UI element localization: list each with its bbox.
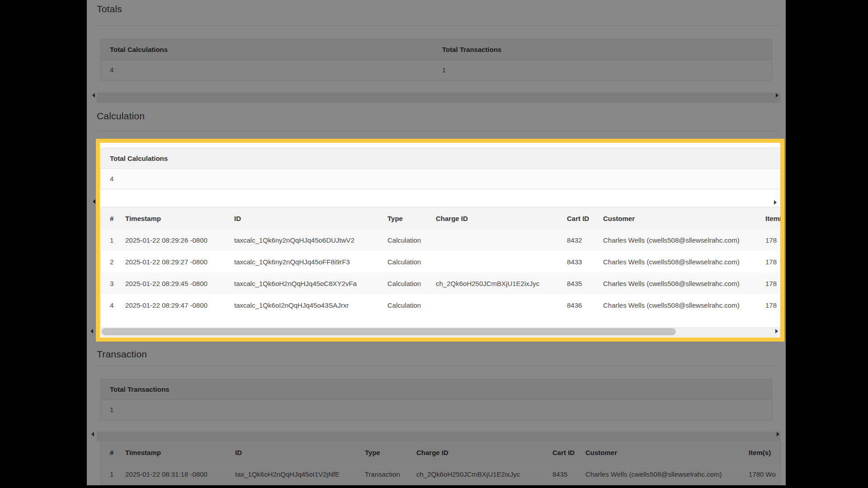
cell-charge-id [431,229,562,251]
scroll-left-icon[interactable] [93,199,95,204]
cell-charge-id: ch_2Qk6oH250JCmBXjU1E2ixJyc [431,272,562,294]
cell-items: 178 [761,294,780,316]
cell-total-calculations: 4 [101,60,433,80]
cell-id: taxcalc_1Qk6oI2nQqHJq45o43SAJrxr [230,294,383,316]
table-header-row: # Timestamp ID Type Charge ID Cart ID Cu… [101,207,780,229]
calculation-summary-table: Total Calculations 4 [101,148,780,189]
col-header-total-calculations: Total Calculations [101,148,780,169]
col-header-customer: Customer [581,441,744,463]
cell-type: Calculation [383,272,431,294]
cell-cart-id: 8436 [562,294,599,316]
table-row: 1 2025-01-22 08:29:26 -0800 taxcalc_1Qk6… [101,229,780,251]
scroll-left-icon[interactable] [91,432,94,436]
table-row: 1 2025-01-22 08:31:18 -0800 tax_1Qk6oH2n… [101,463,780,485]
h-scrollbar-track[interactable] [101,327,780,336]
cell-id: taxcalc_1Qk6ny2nQqHJq45o6DUJtwV2 [230,229,383,251]
totals-heading: Totals [97,3,781,15]
divider [97,25,781,26]
col-header-cart-id: Cart ID [548,441,581,463]
scroll-left-icon[interactable] [90,329,93,333]
table-header-row: Total Transactions [101,379,772,399]
cell-customer: Charles Wells (cwells508@sllewselrahc.co… [599,229,761,251]
cell-cart-id: 8435 [562,272,599,294]
table-footer-spacer [101,316,780,327]
col-header-timestamp: Timestamp [121,441,231,463]
cell-id: taxcalc_1Qk6oH2nQqHJq45oC8XY2vFa [230,272,383,294]
table-row: 1 [101,399,772,420]
report-viewport: Totals Total Calculations Total Transact… [87,0,786,485]
col-header-type: Type [360,441,412,463]
cell-cart-id: 8435 [548,463,581,485]
cell-type: Transaction [360,463,412,485]
cell-items: 178 [761,251,780,272]
scroll-right-icon[interactable] [775,329,778,333]
col-header-customer: Customer [599,207,761,229]
table-header-row: Total Calculations [101,148,780,169]
cell-customer: Charles Wells (cwells508@sllewselrahc.co… [599,272,761,294]
calculation-table: # Timestamp ID Type Charge ID Cart ID Cu… [101,207,780,316]
table-row: 4 2025-01-22 08:29:47 -0800 taxcalc_1Qk6… [101,294,780,316]
cell-index: 1 [101,229,121,251]
cell-type: Calculation [383,229,431,251]
cell-timestamp: 2025-01-22 08:29:47 -0800 [121,294,230,316]
cell-items: 178 [761,229,780,251]
cell-id: tax_1Qk6oH2nQqHJq45oI1V2jNfE [231,463,360,485]
col-header-id: ID [230,207,383,229]
scroll-right-icon[interactable] [774,200,777,205]
cell-cart-id: 8433 [562,251,599,272]
divider [97,131,781,131]
table-header-row: # Timestamp ID Type Charge ID Cart ID Cu… [101,441,780,463]
tax-report-page: Totals Total Calculations Total Transact… [87,3,786,485]
transaction-table-scroll-area[interactable]: # Timestamp ID Type Charge ID Cart ID Cu… [101,441,780,485]
col-header-index: # [101,207,121,229]
col-header-total-calculations: Total Calculations [101,39,433,60]
col-header-items: Item(s) [761,207,780,229]
transaction-table-card: # Timestamp ID Type Charge ID Cart ID Cu… [100,441,781,485]
transaction-heading: Transaction [97,348,781,360]
cell-index: 1 [101,463,121,485]
transaction-summary-card: Total Transactions 1 [100,379,772,420]
cell-timestamp: 2025-01-22 08:29:45 -0800 [121,272,230,294]
cell-customer: Charles Wells (cwells508@sllewselrahc.co… [599,294,761,316]
col-header-index: # [101,441,121,463]
col-header-cart-id: Cart ID [562,207,599,229]
scroll-right-icon[interactable] [777,432,779,436]
cell-timestamp: 2025-01-22 08:29:26 -0800 [121,229,230,251]
cell-items: 178 [761,272,780,294]
calculation-table-scroll-area[interactable]: # Timestamp ID Type Charge ID Cart ID Cu… [101,207,780,316]
cell-type: Calculation [383,294,431,316]
transaction-summary-table: Total Transactions 1 [101,379,772,420]
cell-total-transactions: 1 [101,399,772,420]
cell-customer: Charles Wells (cwells508@sllewselrahc.co… [599,251,761,272]
calculation-summary-card: Total Calculations 4 [100,148,781,189]
cell-index: 4 [101,294,121,316]
cell-index: 2 [101,251,121,272]
cell-charge-id: ch_2Qk6oH250JCmBXjU1E2ixJyc [412,463,548,485]
col-header-type: Type [383,207,431,229]
cell-total-transactions: 1 [433,60,772,80]
cell-id: taxcalc_1Qk6ny2nQqHJq45oFF8i9rF3 [230,251,383,272]
divider [97,366,781,366]
cell-index: 3 [101,272,121,294]
table-row: 2 2025-01-22 08:29:27 -0800 taxcalc_1Qk6… [101,251,780,272]
totals-table: Total Calculations Total Transactions 4 … [101,39,772,80]
scroll-left-icon[interactable] [92,93,95,98]
cell-total-calculations: 4 [101,169,780,189]
cell-timestamp: 2025-01-22 08:31:18 -0800 [121,463,231,485]
table-row: 4 1 [101,60,772,80]
h-scrollbar-thumb[interactable] [102,328,676,335]
col-header-total-transactions: Total Transactions [101,379,772,399]
cell-type: Calculation [383,251,431,272]
calculation-heading: Calculation [97,110,781,122]
h-scrollbar-track[interactable] [97,93,780,103]
calculation-table-card: # Timestamp ID Type Charge ID Cart ID Cu… [100,207,781,337]
table-header-row: Total Calculations Total Transactions [101,39,772,60]
scroll-right-icon[interactable] [776,93,778,98]
col-header-total-transactions: Total Transactions [433,39,772,60]
cell-timestamp: 2025-01-22 08:29:27 -0800 [121,251,230,272]
table-row: 3 2025-01-22 08:29:45 -0800 taxcalc_1Qk6… [101,272,780,294]
col-header-charge-id: Charge ID [431,207,562,229]
cell-customer: Charles Wells (cwells508@sllewselrahc.co… [581,463,744,485]
cell-charge-id [431,251,562,272]
h-scrollbar-track[interactable] [97,432,780,441]
